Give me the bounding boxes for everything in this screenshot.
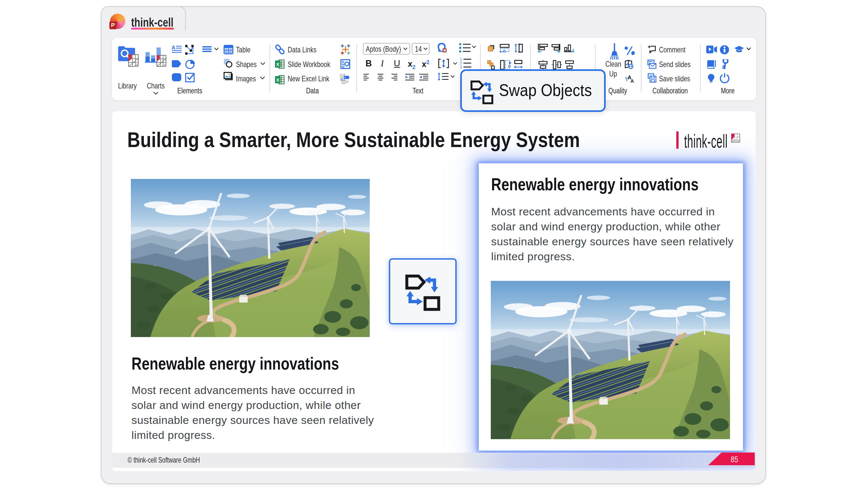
svg-text:X: X (276, 62, 280, 67)
svg-text:X: X (276, 77, 280, 83)
svg-text:3: 3 (460, 65, 462, 69)
svg-text:1: 1 (460, 57, 462, 61)
svg-text:2: 2 (460, 61, 462, 65)
svg-text:A: A (172, 45, 176, 51)
svg-text:A: A (630, 78, 634, 83)
